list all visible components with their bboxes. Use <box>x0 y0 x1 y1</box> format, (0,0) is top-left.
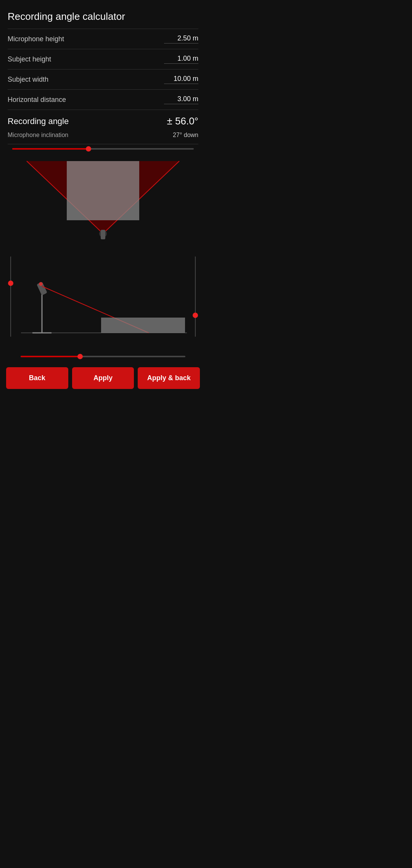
side-view-svg <box>0 257 206 352</box>
top-view-svg <box>0 150 206 257</box>
bottom-slider-thumb[interactable] <box>77 354 83 359</box>
horizontal-distance-label: Horizontal distance <box>8 96 66 104</box>
inclination-value: 27° down <box>173 132 198 139</box>
inclination-label: Microphone inclination <box>8 132 68 139</box>
page-container: Recording angle calculator Microphone he… <box>0 0 206 434</box>
bottom-slider-fill <box>21 356 80 357</box>
subject-width-value[interactable]: 10.00 m <box>164 75 198 84</box>
microphone-height-value[interactable]: 2.50 m <box>164 34 198 44</box>
microphone-height-label: Microphone height <box>8 35 64 43</box>
microphone-height-row: Microphone height 2.50 m <box>8 29 198 49</box>
subject-width-row: Subject width 10.00 m <box>8 69 198 90</box>
bottom-buttons: Back Apply Apply & back <box>0 361 206 397</box>
header: Recording angle calculator <box>0 0 206 29</box>
recording-angle-label: Recording angle <box>8 116 69 126</box>
page-title: Recording angle calculator <box>8 11 198 23</box>
subject-width-label: Subject width <box>8 76 48 84</box>
svg-rect-6 <box>101 230 105 239</box>
apply-back-button[interactable]: Apply & back <box>138 367 200 389</box>
horizontal-distance-value[interactable]: 3.00 m <box>164 95 198 104</box>
apply-button[interactable]: Apply <box>72 367 134 389</box>
subject-height-value[interactable]: 1.00 m <box>164 55 198 64</box>
svg-rect-3 <box>67 161 139 220</box>
horizontal-distance-row: Horizontal distance 3.00 m <box>8 90 198 110</box>
inclination-row: Microphone inclination 27° down <box>8 130 198 144</box>
top-view-diagram <box>0 150 206 257</box>
recording-angle-value: ± 56.0° <box>167 115 199 127</box>
svg-rect-13 <box>101 318 185 333</box>
svg-point-11 <box>39 282 43 286</box>
side-view-diagram <box>0 257 206 356</box>
recording-angle-row: Recording angle ± 56.0° <box>8 110 198 130</box>
back-button[interactable]: Back <box>6 367 68 389</box>
bottom-slider-track[interactable] <box>21 356 185 357</box>
params-section: Microphone height 2.50 m Subject height … <box>0 29 206 144</box>
subject-height-label: Subject height <box>8 55 51 63</box>
subject-height-row: Subject height 1.00 m <box>8 49 198 69</box>
